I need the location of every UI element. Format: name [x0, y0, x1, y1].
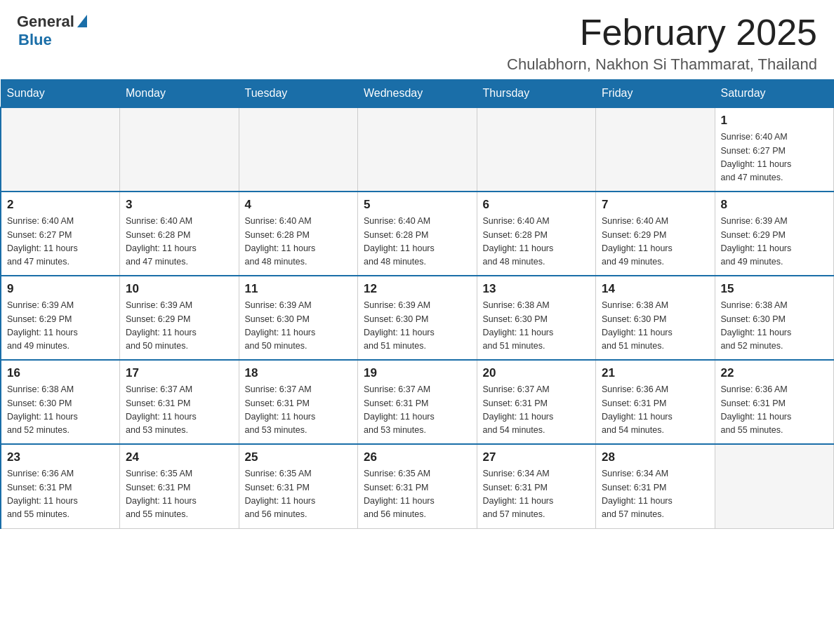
calendar-table: SundayMondayTuesdayWednesdayThursdayFrid…: [0, 79, 834, 529]
calendar-day-cell: 18Sunrise: 6:37 AM Sunset: 6:31 PM Dayli…: [239, 360, 358, 444]
day-number: 22: [721, 366, 828, 380]
day-info: Sunrise: 6:39 AM Sunset: 6:29 PM Dayligh…: [721, 215, 828, 269]
day-info: Sunrise: 6:36 AM Sunset: 6:31 PM Dayligh…: [602, 383, 709, 438]
calendar-header-row: SundayMondayTuesdayWednesdayThursdayFrid…: [1, 80, 834, 108]
day-number: 4: [245, 198, 352, 212]
day-number: 10: [126, 282, 233, 296]
day-number: 26: [364, 450, 471, 464]
calendar-day-cell: 6Sunrise: 6:40 AM Sunset: 6:28 PM Daylig…: [477, 192, 596, 276]
calendar-day-cell: 7Sunrise: 6:40 AM Sunset: 6:29 PM Daylig…: [596, 192, 715, 276]
day-number: 14: [602, 282, 709, 296]
day-number: 8: [721, 198, 828, 212]
calendar-day-cell: 22Sunrise: 6:36 AM Sunset: 6:31 PM Dayli…: [715, 360, 834, 444]
day-info: Sunrise: 6:38 AM Sunset: 6:30 PM Dayligh…: [7, 383, 114, 438]
calendar-day-cell: 12Sunrise: 6:39 AM Sunset: 6:30 PM Dayli…: [358, 276, 477, 360]
day-info: Sunrise: 6:35 AM Sunset: 6:31 PM Dayligh…: [364, 467, 471, 522]
day-info: Sunrise: 6:38 AM Sunset: 6:30 PM Dayligh…: [483, 299, 590, 354]
day-of-week-header: Wednesday: [358, 80, 477, 108]
day-info: Sunrise: 6:37 AM Sunset: 6:31 PM Dayligh…: [483, 383, 590, 438]
day-info: Sunrise: 6:39 AM Sunset: 6:30 PM Dayligh…: [245, 299, 352, 354]
calendar-day-cell: 19Sunrise: 6:37 AM Sunset: 6:31 PM Dayli…: [358, 360, 477, 444]
calendar-day-cell: [477, 107, 596, 192]
day-number: 24: [126, 450, 233, 464]
day-of-week-header: Friday: [596, 80, 715, 108]
calendar-day-cell: [358, 107, 477, 192]
day-of-week-header: Monday: [120, 80, 239, 108]
day-number: 20: [483, 366, 590, 380]
day-info: Sunrise: 6:37 AM Sunset: 6:31 PM Dayligh…: [126, 383, 233, 438]
day-info: Sunrise: 6:40 AM Sunset: 6:28 PM Dayligh…: [364, 215, 471, 269]
day-number: 25: [245, 450, 352, 464]
calendar-day-cell: 9Sunrise: 6:39 AM Sunset: 6:29 PM Daylig…: [1, 276, 120, 360]
day-info: Sunrise: 6:39 AM Sunset: 6:30 PM Dayligh…: [364, 299, 471, 354]
calendar-day-cell: 24Sunrise: 6:35 AM Sunset: 6:31 PM Dayli…: [120, 444, 239, 528]
logo-general-text: General: [17, 13, 74, 31]
day-info: Sunrise: 6:37 AM Sunset: 6:31 PM Dayligh…: [245, 383, 352, 438]
calendar-day-cell: 5Sunrise: 6:40 AM Sunset: 6:28 PM Daylig…: [358, 192, 477, 276]
calendar-day-cell: 23Sunrise: 6:36 AM Sunset: 6:31 PM Dayli…: [1, 444, 120, 528]
day-number: 3: [126, 198, 233, 212]
calendar-day-cell: [596, 107, 715, 192]
day-info: Sunrise: 6:34 AM Sunset: 6:31 PM Dayligh…: [602, 467, 709, 522]
day-number: 27: [483, 450, 590, 464]
location-subtitle: Chulabhorn, Nakhon Si Thammarat, Thailan…: [507, 55, 817, 74]
calendar-day-cell: [120, 107, 239, 192]
day-info: Sunrise: 6:40 AM Sunset: 6:27 PM Dayligh…: [7, 215, 114, 269]
calendar-week-row: 16Sunrise: 6:38 AM Sunset: 6:30 PM Dayli…: [1, 360, 834, 444]
day-number: 19: [364, 366, 471, 380]
day-info: Sunrise: 6:38 AM Sunset: 6:30 PM Dayligh…: [721, 299, 828, 354]
day-info: Sunrise: 6:40 AM Sunset: 6:28 PM Dayligh…: [245, 215, 352, 269]
day-of-week-header: Tuesday: [239, 80, 358, 108]
page-header: General Blue February 2025 Chulabhorn, N…: [0, 0, 834, 79]
day-info: Sunrise: 6:34 AM Sunset: 6:31 PM Dayligh…: [483, 467, 590, 522]
calendar-day-cell: 4Sunrise: 6:40 AM Sunset: 6:28 PM Daylig…: [239, 192, 358, 276]
calendar-day-cell: 15Sunrise: 6:38 AM Sunset: 6:30 PM Dayli…: [715, 276, 834, 360]
calendar-week-row: 1Sunrise: 6:40 AM Sunset: 6:27 PM Daylig…: [1, 107, 834, 192]
day-number: 5: [364, 198, 471, 212]
calendar-day-cell: 27Sunrise: 6:34 AM Sunset: 6:31 PM Dayli…: [477, 444, 596, 528]
calendar-day-cell: 10Sunrise: 6:39 AM Sunset: 6:29 PM Dayli…: [120, 276, 239, 360]
calendar-day-cell: 1Sunrise: 6:40 AM Sunset: 6:27 PM Daylig…: [715, 107, 834, 192]
day-of-week-header: Saturday: [715, 80, 834, 108]
day-number: 15: [721, 282, 828, 296]
calendar-day-cell: 3Sunrise: 6:40 AM Sunset: 6:28 PM Daylig…: [120, 192, 239, 276]
calendar-day-cell: 14Sunrise: 6:38 AM Sunset: 6:30 PM Dayli…: [596, 276, 715, 360]
calendar-week-row: 23Sunrise: 6:36 AM Sunset: 6:31 PM Dayli…: [1, 444, 834, 528]
day-number: 6: [483, 198, 590, 212]
calendar-day-cell: [1, 107, 120, 192]
calendar-day-cell: 11Sunrise: 6:39 AM Sunset: 6:30 PM Dayli…: [239, 276, 358, 360]
calendar-day-cell: 28Sunrise: 6:34 AM Sunset: 6:31 PM Dayli…: [596, 444, 715, 528]
day-number: 13: [483, 282, 590, 296]
day-info: Sunrise: 6:40 AM Sunset: 6:28 PM Dayligh…: [126, 215, 233, 269]
day-number: 16: [7, 366, 114, 380]
logo-blue-text: Blue: [18, 31, 52, 49]
day-info: Sunrise: 6:35 AM Sunset: 6:31 PM Dayligh…: [126, 467, 233, 522]
calendar-day-cell: 21Sunrise: 6:36 AM Sunset: 6:31 PM Dayli…: [596, 360, 715, 444]
day-number: 23: [7, 450, 114, 464]
day-number: 11: [245, 282, 352, 296]
day-number: 2: [7, 198, 114, 212]
day-info: Sunrise: 6:36 AM Sunset: 6:31 PM Dayligh…: [721, 383, 828, 438]
day-number: 28: [602, 450, 709, 464]
day-info: Sunrise: 6:39 AM Sunset: 6:29 PM Dayligh…: [7, 299, 114, 354]
calendar-day-cell: 16Sunrise: 6:38 AM Sunset: 6:30 PM Dayli…: [1, 360, 120, 444]
day-info: Sunrise: 6:40 AM Sunset: 6:28 PM Dayligh…: [483, 215, 590, 269]
calendar-day-cell: [239, 107, 358, 192]
month-year-title: February 2025: [507, 13, 817, 53]
day-number: 17: [126, 366, 233, 380]
day-info: Sunrise: 6:39 AM Sunset: 6:29 PM Dayligh…: [126, 299, 233, 354]
day-info: Sunrise: 6:37 AM Sunset: 6:31 PM Dayligh…: [364, 383, 471, 438]
day-info: Sunrise: 6:35 AM Sunset: 6:31 PM Dayligh…: [245, 467, 352, 522]
day-info: Sunrise: 6:38 AM Sunset: 6:30 PM Dayligh…: [602, 299, 709, 354]
calendar-week-row: 9Sunrise: 6:39 AM Sunset: 6:29 PM Daylig…: [1, 276, 834, 360]
calendar-week-row: 2Sunrise: 6:40 AM Sunset: 6:27 PM Daylig…: [1, 192, 834, 276]
calendar-day-cell: 13Sunrise: 6:38 AM Sunset: 6:30 PM Dayli…: [477, 276, 596, 360]
calendar-day-cell: 8Sunrise: 6:39 AM Sunset: 6:29 PM Daylig…: [715, 192, 834, 276]
day-number: 21: [602, 366, 709, 380]
day-number: 9: [7, 282, 114, 296]
day-info: Sunrise: 6:36 AM Sunset: 6:31 PM Dayligh…: [7, 467, 114, 522]
day-number: 7: [602, 198, 709, 212]
title-section: February 2025 Chulabhorn, Nakhon Si Tham…: [507, 13, 817, 74]
calendar-day-cell: 26Sunrise: 6:35 AM Sunset: 6:31 PM Dayli…: [358, 444, 477, 528]
calendar-day-cell: 2Sunrise: 6:40 AM Sunset: 6:27 PM Daylig…: [1, 192, 120, 276]
